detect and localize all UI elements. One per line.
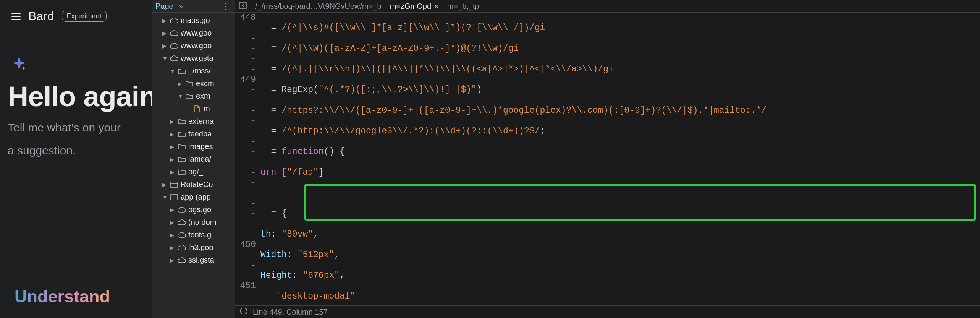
- collapse-sidebar-icon[interactable]: [239, 2, 247, 11]
- subtitle-line1: Tell me what's on your: [8, 120, 144, 136]
- hello-heading: Hello again: [8, 80, 144, 113]
- tree-item[interactable]: ▶fonts.g: [152, 229, 235, 241]
- bard-logo: Bard: [28, 9, 54, 23]
- tree-item[interactable]: ▶excm: [152, 77, 235, 90]
- code-area[interactable]: 448-----449------------450--451 = /(^|\\…: [235, 13, 980, 305]
- experiment-badge: Experiment: [62, 11, 107, 22]
- tree-item[interactable]: ▶lh3.goo: [152, 241, 235, 254]
- navigator-tabs: Page » ⋮: [152, 0, 235, 13]
- tree-item[interactable]: ▼exm: [152, 90, 235, 102]
- kebab-menu-icon[interactable]: ⋮: [222, 2, 230, 11]
- svg-rect-2: [171, 195, 178, 200]
- gemini-sparkle-icon: [11, 55, 152, 72]
- page-tab[interactable]: Page: [155, 2, 173, 11]
- tree-item[interactable]: ▼www.gsta: [152, 52, 235, 65]
- tree-item[interactable]: ▶lamda/: [152, 153, 235, 165]
- tree-item[interactable]: ▶externa: [152, 115, 235, 128]
- editor-tab-3[interactable]: m=_b,_tp: [447, 0, 479, 12]
- bard-greeting: Hello again Tell me what's on your a sug…: [0, 72, 152, 159]
- editor-tab-2[interactable]: m=zGmOpd×: [390, 0, 439, 12]
- editor-tab-bar: /_/mss/boq-bard…Vt9NGvUew/m=_b m=zGmOpd×…: [235, 0, 980, 13]
- svg-rect-4: [239, 2, 246, 8]
- gutter: 448-----449------------450--451: [235, 13, 260, 305]
- devtools-editor: /_/mss/boq-bard…Vt9NGvUew/m=_b m=zGmOpd×…: [235, 0, 980, 318]
- tree-item[interactable]: ▶og/_: [152, 165, 235, 178]
- tree-item[interactable]: ▶ssl.gsta: [152, 254, 235, 266]
- tree-item[interactable]: ▶www.goo: [152, 39, 235, 52]
- tree-item[interactable]: ▶maps.go: [152, 14, 235, 27]
- tree-item[interactable]: ▼app (app: [152, 191, 235, 203]
- menu-icon[interactable]: [11, 13, 21, 20]
- tree-item[interactable]: ▶(no dom: [152, 216, 235, 229]
- navigator-tree[interactable]: ▶maps.go▶www.goo▶www.goo▼www.gsta▼_/mss/…: [152, 13, 235, 318]
- editor-status-bar: Line 449, Column 157: [235, 305, 980, 318]
- bard-app-panel: Bard Experiment Hello again Tell me what…: [0, 0, 152, 318]
- tree-item[interactable]: ▶RotateCo: [152, 178, 235, 191]
- subtitle-line2: a suggestion.: [8, 143, 144, 159]
- devtools-navigator: Page » ⋮ ▶maps.go▶www.goo▶www.goo▼www.gs…: [152, 0, 235, 318]
- bard-header: Bard Experiment: [0, 0, 152, 32]
- tree-item[interactable]: m: [152, 102, 235, 115]
- cursor-position: Line 449, Column 157: [253, 308, 328, 316]
- tree-item[interactable]: ▶feedba: [152, 128, 235, 140]
- tree-item[interactable]: ▶www.goo: [152, 27, 235, 39]
- more-tabs-icon[interactable]: »: [179, 2, 183, 11]
- tree-item[interactable]: ▼_/mss/: [152, 65, 235, 77]
- code-lines: = /(^|\\s)#([\\w\\-]*[a-z][\\w\\-]*)(?![…: [260, 13, 980, 305]
- tree-item[interactable]: ▶ogs.go: [152, 203, 235, 216]
- editor-tab-1[interactable]: /_/mss/boq-bard…Vt9NGvUew/m=_b: [255, 0, 382, 12]
- braces-icon[interactable]: [240, 308, 247, 316]
- close-tab-icon[interactable]: ×: [434, 2, 439, 11]
- understand-chip[interactable]: Understand: [15, 287, 110, 307]
- svg-rect-0: [171, 182, 178, 187]
- tree-item[interactable]: ▶images: [152, 140, 235, 153]
